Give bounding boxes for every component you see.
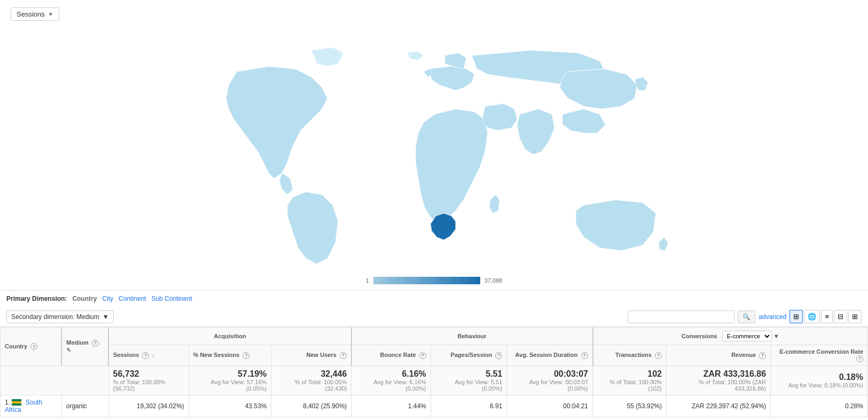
- row-revenue: ZAR 229,397.42 (52.94%): [666, 395, 770, 417]
- search-button[interactable]: 🔍: [738, 310, 755, 323]
- total-transactions: 102 % of Total: 100.00% (102): [593, 365, 667, 395]
- col-header-pct-new-sessions: % New Sessions ?: [189, 345, 271, 366]
- total-sessions: 56,732 % of Total: 100.00% (56,732): [108, 365, 189, 395]
- col-header-ecommerce-conversion: E-commerce Conversion Rate ?: [771, 345, 868, 366]
- col-headers-row: Sessions ? ↓ % New Sessions ? New Users …: [1, 345, 868, 366]
- secondary-dimension-dropdown[interactable]: Secondary dimension: Medium ▼: [6, 310, 114, 323]
- row-pct-new-sessions: 43.53%: [189, 395, 271, 417]
- secondary-dimension-label: Secondary dimension: Medium: [11, 313, 99, 321]
- list-view-button[interactable]: ≡: [821, 310, 833, 323]
- total-bounce-rate: 6.16% Avg for View: 6.16% (0.00%): [351, 365, 431, 395]
- row-country-cell: 1. South Africa: [1, 395, 62, 417]
- ecommerce-help[interactable]: ?: [856, 355, 863, 362]
- search-area: 🔍 advanced ⊞ 🌐 ≡ ⊟ ⊞: [628, 310, 862, 323]
- row-avg-session: 00:04:21: [507, 395, 593, 417]
- filter-view-button[interactable]: ⊟: [834, 310, 847, 323]
- col-header-bounce-rate: Bounce Rate ?: [351, 345, 431, 366]
- world-map-container: 1 37,088: [0, 28, 868, 290]
- revenue-help[interactable]: ?: [759, 352, 766, 359]
- map-legend: 1 37,088: [366, 277, 503, 284]
- totals-label: [1, 365, 109, 395]
- row-new-users: 8,402 (25.90%): [271, 395, 351, 417]
- sessions-dropdown[interactable]: Sessions ▼: [11, 7, 59, 21]
- primary-dim-subcontinent[interactable]: Sub Continent: [151, 295, 192, 302]
- primary-dimension-label: Primary Dimension:: [6, 295, 67, 302]
- total-pages-session: 5.51 Avg for View: 5.51 (0.00%): [431, 365, 507, 395]
- section-header-conversions: Conversions E-commerce ▼: [593, 328, 868, 345]
- primary-dimension-bar: Primary Dimension: Country City Continen…: [0, 290, 868, 307]
- data-table: Country ? Medium ? ✎ Acquisition Behavio…: [0, 327, 868, 417]
- avg-session-help[interactable]: ?: [581, 352, 588, 359]
- total-ecommerce: 0.18% Avg for View: 0.18% (0.00%): [771, 365, 868, 395]
- col-header-revenue: Revenue ?: [666, 345, 770, 366]
- total-pct-new-sessions: 57.19% Avg for View: 57.16% (0.05%): [189, 365, 271, 395]
- table-wrapper: Country ? Medium ? ✎ Acquisition Behavio…: [0, 327, 868, 417]
- legend-gradient: [373, 277, 480, 284]
- total-revenue: ZAR 433,316.86 % of Total: 100.00% (ZAR …: [666, 365, 770, 395]
- row-bounce-rate: 1.44%: [351, 395, 431, 417]
- column-view-button[interactable]: ⊞: [848, 310, 862, 323]
- legend-min: 1: [366, 277, 369, 284]
- medium-edit-icon[interactable]: ✎: [66, 347, 71, 353]
- section-header-behaviour: Behaviour: [351, 328, 593, 345]
- col-header-sessions: Sessions ? ↓: [108, 345, 189, 366]
- total-new-users: 32,446 % of Total: 100.05% (32,430): [271, 365, 351, 395]
- sessions-help[interactable]: ?: [142, 352, 149, 359]
- country-help-icon[interactable]: ?: [30, 343, 37, 350]
- row-medium-cell: organic: [61, 395, 108, 417]
- row-transactions: 55 (53.92%): [593, 395, 667, 417]
- totals-row: 56,732 % of Total: 100.00% (56,732) 57.1…: [1, 365, 868, 395]
- row-pages-session: 6.91: [431, 395, 507, 417]
- medium-help-icon[interactable]: ?: [92, 340, 99, 347]
- new-users-help[interactable]: ?: [340, 352, 347, 359]
- row-rank: 1.: [5, 399, 10, 406]
- col-header-avg-session: Avg. Session Duration ?: [507, 345, 593, 366]
- globe-view-button[interactable]: 🌐: [804, 310, 820, 323]
- section-headers-row: Country ? Medium ? ✎ Acquisition Behavio…: [1, 328, 868, 345]
- primary-dim-city[interactable]: City: [102, 295, 113, 302]
- pages-help[interactable]: ?: [495, 352, 502, 359]
- section-header-acquisition: Acquisition: [108, 328, 351, 345]
- primary-dim-continent[interactable]: Continent: [119, 295, 146, 302]
- south-africa-flag: [12, 399, 21, 406]
- col-header-new-users: New Users ?: [271, 345, 351, 366]
- search-input[interactable]: [628, 310, 734, 323]
- col-header-pages-session: Pages/Session ?: [431, 345, 507, 366]
- advanced-link[interactable]: advanced: [758, 313, 786, 321]
- table-row: 1. South Africa organic 19,302 (34.02%) …: [1, 395, 868, 417]
- primary-dimension-selected: Country: [72, 295, 97, 302]
- secondary-dimension-bar: Secondary dimension: Medium ▼ 🔍 advanced…: [0, 307, 868, 327]
- total-avg-session: 00:03:07 Avg for View: 00:03:07 (0.00%): [507, 365, 593, 395]
- sessions-sort[interactable]: ↓: [152, 352, 154, 358]
- secondary-dropdown-arrow: ▼: [103, 313, 109, 321]
- pct-new-help[interactable]: ?: [243, 352, 249, 359]
- dropdown-arrow: ▼: [48, 11, 53, 17]
- legend-max: 37,088: [484, 277, 503, 284]
- col-header-medium: Medium ? ✎: [61, 328, 108, 366]
- view-icons: ⊞ 🌐 ≡ ⊟ ⊞: [789, 310, 862, 323]
- country-link[interactable]: South Africa: [5, 399, 42, 414]
- world-map-svg: [194, 34, 675, 275]
- row-ecommerce: 0.28%: [771, 395, 868, 417]
- col-header-transactions: Transactions ?: [593, 345, 667, 366]
- row-sessions: 19,302 (34.02%): [108, 395, 189, 417]
- grid-view-button[interactable]: ⊞: [789, 310, 803, 323]
- ecommerce-select[interactable]: E-commerce: [722, 331, 772, 341]
- bounce-help[interactable]: ?: [419, 352, 426, 359]
- col-header-country: Country ?: [1, 328, 62, 366]
- sessions-label: Sessions: [17, 10, 45, 18]
- transactions-help[interactable]: ?: [655, 352, 662, 359]
